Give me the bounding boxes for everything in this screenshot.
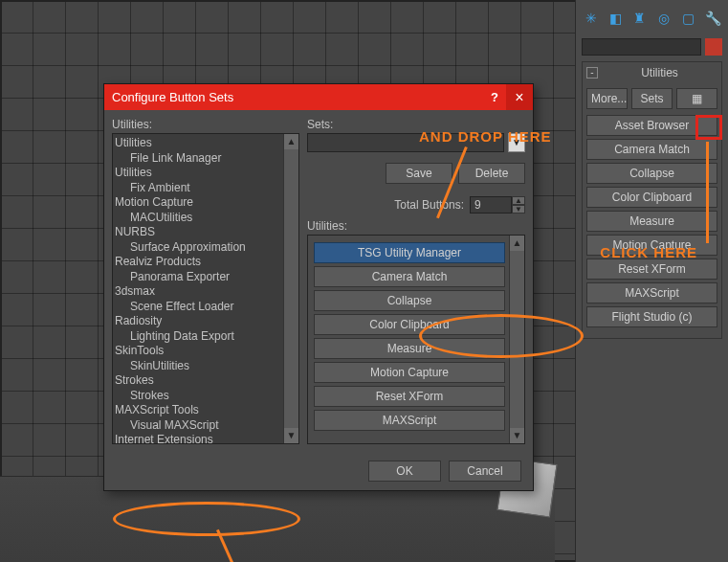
utility-buttons-list[interactable]: TSG Utility ManagerCamera MatchCollapseC… bbox=[307, 235, 525, 444]
tree-item[interactable]: Lighting Data Export bbox=[115, 329, 298, 345]
annotation-drop-here: AND DROP HERE bbox=[419, 128, 552, 145]
scroll-down-icon[interactable]: ▼ bbox=[510, 428, 524, 443]
utility-slot-button[interactable]: Collapse bbox=[314, 290, 505, 311]
panel-tabs: ✳ ◧ ♜ ◎ ▢ 🔧 bbox=[576, 0, 728, 36]
tree-item[interactable]: Panorama Exporter bbox=[115, 270, 298, 285]
dialog-footer: OK Cancel bbox=[104, 452, 533, 490]
utility-button[interactable]: Reset XForm bbox=[586, 259, 717, 280]
panel-filter-row bbox=[582, 38, 722, 56]
tree-item[interactable]: MACUtilities bbox=[115, 211, 298, 226]
scroll-up-icon[interactable]: ▲ bbox=[284, 134, 298, 149]
scroll-up-icon[interactable]: ▲ bbox=[510, 236, 524, 251]
spinner-up-icon[interactable]: ▲ bbox=[512, 196, 525, 205]
dialog-title: Configure Button Sets bbox=[112, 90, 483, 104]
display-tab-icon[interactable]: ▢ bbox=[679, 9, 698, 28]
close-button[interactable]: × bbox=[506, 84, 533, 110]
utilities-label: Utilities: bbox=[112, 118, 299, 131]
tree-category[interactable]: SkinTools bbox=[115, 344, 298, 359]
list-scrollbar[interactable]: ▲ ▼ bbox=[509, 236, 524, 443]
utilities-rollout: - Utilities More... Sets ▦ Asset Browser… bbox=[582, 61, 722, 339]
utility-button[interactable]: Flight Studio (c) bbox=[586, 306, 717, 327]
command-panel: ✳ ◧ ♜ ◎ ▢ 🔧 - Utilities More... Sets ▦ A… bbox=[575, 0, 728, 562]
tree-category[interactable]: NURBS bbox=[115, 225, 298, 240]
tree-category[interactable]: MAXScript Tools bbox=[115, 403, 298, 418]
tree-item[interactable]: Scene Effect Loader bbox=[115, 300, 298, 315]
more-button[interactable]: More... bbox=[586, 88, 628, 109]
tree-item[interactable]: Strokes bbox=[115, 389, 298, 404]
tree-category[interactable]: Motion Capture bbox=[115, 195, 298, 211]
configure-sets-button[interactable]: ▦ bbox=[676, 88, 717, 109]
tree-category[interactable]: Realviz Products bbox=[115, 255, 298, 270]
rollout-toggle[interactable]: - bbox=[586, 67, 598, 79]
spinner-down-icon[interactable]: ▼ bbox=[512, 205, 525, 214]
tree-item[interactable]: Surface Approximation bbox=[115, 240, 298, 256]
tree-item[interactable]: SkinUtilities bbox=[115, 359, 298, 374]
utility-button[interactable]: Camera Match bbox=[586, 139, 717, 160]
tree-item[interactable]: Visual MAXScript bbox=[115, 418, 298, 434]
utility-slot-button[interactable]: Measure bbox=[314, 338, 505, 359]
utilities2-label: Utilities: bbox=[307, 219, 525, 233]
total-buttons-input[interactable] bbox=[470, 196, 512, 214]
modify-tab-icon[interactable]: ◧ bbox=[607, 9, 626, 28]
annotation-click-here: CLICK HERE bbox=[600, 244, 697, 260]
utilities-tab-icon[interactable]: 🔧 bbox=[704, 9, 723, 28]
annotation-arrow-line bbox=[706, 142, 709, 243]
motion-tab-icon[interactable]: ◎ bbox=[655, 9, 674, 28]
sets-button[interactable]: Sets bbox=[631, 88, 673, 109]
utility-slot-button[interactable]: Reset XForm bbox=[314, 386, 505, 407]
panel-filter-input[interactable] bbox=[582, 38, 701, 56]
tree-category[interactable]: Internet Extensions bbox=[115, 433, 298, 444]
delete-button[interactable]: Delete bbox=[458, 163, 525, 184]
tree-category[interactable]: 3dsmax bbox=[115, 284, 298, 300]
ok-button[interactable]: OK bbox=[368, 461, 441, 482]
tree-category[interactable]: Utilities bbox=[115, 166, 298, 181]
utility-button[interactable]: Color Clipboard bbox=[586, 187, 717, 208]
tree-item[interactable]: File Link Manager bbox=[115, 151, 298, 167]
utility-button[interactable]: Asset Browser bbox=[586, 115, 717, 136]
scroll-down-icon[interactable]: ▼ bbox=[284, 428, 298, 443]
tree-item[interactable]: Fix Ambient bbox=[115, 181, 298, 196]
tree-category[interactable]: Radiosity bbox=[115, 314, 298, 329]
right-column: Sets: ▼ Save Delete Total Buttons: ▲ ▼ bbox=[307, 118, 525, 444]
save-button[interactable]: Save bbox=[386, 163, 452, 184]
utility-slot-button[interactable]: Color Clipboard bbox=[314, 314, 505, 335]
tree-scrollbar[interactable]: ▲ ▼ bbox=[283, 134, 298, 443]
left-column: Utilities: UtilitiesFile Link ManagerUti… bbox=[112, 118, 299, 444]
dialog-titlebar[interactable]: Configure Button Sets ? × bbox=[104, 84, 533, 110]
utility-button[interactable]: MAXScript bbox=[586, 282, 717, 303]
utility-slot-button[interactable]: Camera Match bbox=[314, 266, 505, 287]
utility-button[interactable]: Collapse bbox=[586, 163, 717, 184]
utility-slot-button[interactable]: MAXScript bbox=[314, 410, 505, 431]
total-buttons-spinner[interactable]: ▲ ▼ bbox=[470, 196, 525, 214]
tree-category[interactable]: Utilities bbox=[115, 136, 298, 151]
help-button[interactable]: ? bbox=[483, 90, 506, 104]
utility-slot-button[interactable]: Motion Capture bbox=[314, 362, 505, 383]
hierarchy-tab-icon[interactable]: ♜ bbox=[630, 9, 650, 28]
utility-slot-button[interactable]: TSG Utility Manager bbox=[314, 242, 505, 263]
utilities-tree[interactable]: UtilitiesFile Link ManagerUtilitiesFix A… bbox=[112, 133, 299, 444]
cancel-button[interactable]: Cancel bbox=[449, 461, 521, 482]
rollout-title: Utilities bbox=[602, 66, 717, 79]
tree-category[interactable]: Strokes bbox=[115, 373, 298, 389]
panel-filter-clear[interactable] bbox=[705, 38, 722, 56]
utility-button[interactable]: Measure bbox=[586, 211, 717, 232]
create-tab-icon[interactable]: ✳ bbox=[582, 9, 601, 28]
